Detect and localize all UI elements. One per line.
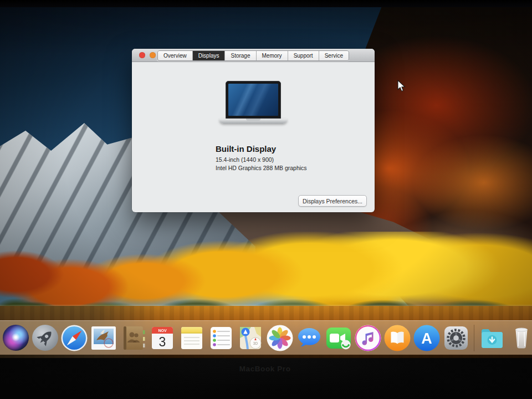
dock-divider xyxy=(474,325,474,351)
mail-icon xyxy=(89,324,118,352)
siri-icon xyxy=(3,325,29,351)
svg-text:A: A xyxy=(421,330,432,346)
calendar-month-label: NOV xyxy=(158,329,167,332)
dock-item-calendar[interactable]: NOV 3 xyxy=(148,324,177,352)
dock-item-system-preferences[interactable] xyxy=(442,324,470,352)
system-preferences-icon xyxy=(442,324,470,352)
bezel-brand-label: MacBook Pro xyxy=(239,365,291,373)
dock-item-reminders[interactable] xyxy=(207,324,236,352)
tab-support[interactable]: Support xyxy=(288,51,319,60)
reminders-icon xyxy=(207,324,236,352)
itunes-icon xyxy=(354,324,382,352)
about-this-mac-window: Overview Displays Storage Memory Support… xyxy=(132,49,375,212)
tab-storage[interactable]: Storage xyxy=(225,51,256,60)
contacts-icon xyxy=(119,324,147,352)
dock-item-messages[interactable] xyxy=(295,324,324,352)
dock-item-maps[interactable]: 3D xyxy=(236,324,265,352)
trash-icon xyxy=(507,324,532,352)
dock-item-safari[interactable] xyxy=(60,324,89,352)
window-titlebar[interactable]: Overview Displays Storage Memory Support… xyxy=(132,49,375,62)
launchpad-icon xyxy=(32,325,58,351)
dock-item-facetime[interactable] xyxy=(324,324,353,352)
dock-item-mail[interactable] xyxy=(89,324,118,352)
display-name: Built-in Display xyxy=(216,144,276,154)
downloads-folder-icon xyxy=(478,324,507,352)
calendar-icon: NOV 3 xyxy=(148,324,177,352)
photos-icon xyxy=(265,324,294,352)
displays-preferences-button[interactable]: Displays Preferences... xyxy=(298,195,367,207)
dock-item-launchpad[interactable] xyxy=(30,324,59,352)
display-graphics: Intel HD Graphics 288 MB graphics xyxy=(216,165,307,171)
dock-item-photos[interactable] xyxy=(265,324,294,352)
messages-icon xyxy=(295,324,324,352)
macbook-illustration xyxy=(219,81,287,124)
close-button[interactable] xyxy=(139,52,145,58)
dock-item-notes[interactable] xyxy=(177,324,206,352)
tab-displays[interactable]: Displays xyxy=(193,51,226,60)
about-tabs: Overview Displays Storage Memory Support… xyxy=(157,50,349,61)
notes-icon xyxy=(177,324,206,352)
dock-item-trash[interactable] xyxy=(507,324,532,352)
tab-overview[interactable]: Overview xyxy=(158,51,193,60)
macbook-base xyxy=(219,119,287,124)
maps-icon: 3D xyxy=(236,324,265,352)
calendar-day-label: 3 xyxy=(159,335,166,349)
dock-item-downloads[interactable] xyxy=(478,324,507,352)
dock-item-itunes[interactable] xyxy=(354,324,382,352)
tab-service[interactable]: Service xyxy=(319,51,349,60)
dock-item-siri[interactable] xyxy=(1,324,30,352)
screen-top-bezel xyxy=(0,0,532,7)
macbook-screen xyxy=(226,81,281,119)
tab-memory[interactable]: Memory xyxy=(257,51,288,60)
maps-3d-label: 3D xyxy=(253,341,258,345)
app-store-icon: A xyxy=(412,324,441,352)
dock-item-ibooks[interactable] xyxy=(383,324,412,352)
macbook-screen-wallpaper xyxy=(228,84,278,116)
screen-bottom-bezel: MacBook Pro xyxy=(0,358,532,399)
safari-icon xyxy=(60,324,89,352)
display-size-resolution: 15.4-inch (1440 x 900) xyxy=(216,156,274,163)
ibooks-icon xyxy=(383,324,412,352)
minimize-button[interactable] xyxy=(150,52,156,58)
dock: NOV 3 xyxy=(0,320,532,355)
facetime-icon xyxy=(324,324,353,352)
dock-item-contacts[interactable] xyxy=(119,324,147,352)
dock-item-app-store[interactable]: A xyxy=(412,324,441,352)
